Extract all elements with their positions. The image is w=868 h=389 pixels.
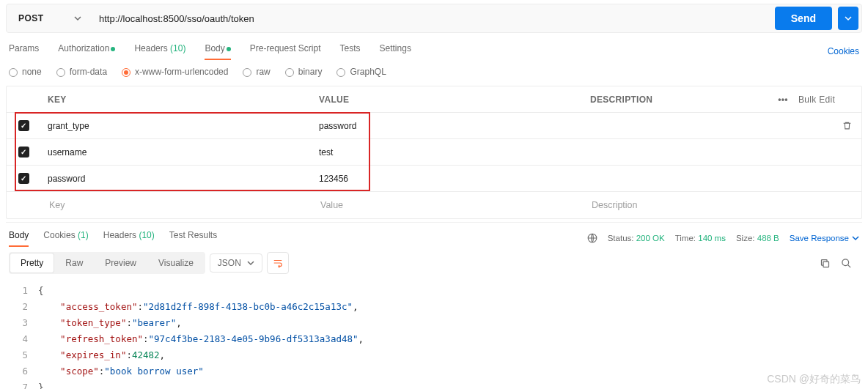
radio-icon [122,68,130,77]
key-input[interactable] [48,199,304,211]
radio-graphql-label: GraphQL [350,67,386,77]
body-table: KEY VALUE DESCRIPTION ••• Bulk Edit ✓ gr… [6,86,862,219]
response-body[interactable]: 1{ 2 "access_token": "2d81d2ff-898f-4138… [6,280,862,389]
resp-tab-body[interactable]: Body [9,230,29,246]
json-token-type: bearer [137,317,170,328]
resp-tab-cookies[interactable]: Cookies (1) [43,230,88,246]
view-raw[interactable]: Raw [55,253,93,273]
radio-urlencoded-label: x-www-form-urlencoded [135,67,228,77]
status-dot-icon [227,47,231,51]
json-expires-in: 42482 [132,347,160,363]
tab-tests[interactable]: Tests [340,43,361,59]
svg-point-2 [842,259,849,265]
view-pretty[interactable]: Pretty [10,253,54,273]
radio-none-label: none [22,67,42,77]
radio-icon [243,68,251,77]
trash-icon[interactable] [832,121,861,130]
tab-body[interactable]: Body [205,43,230,59]
time-label: Time: 140 ms [675,234,726,242]
tab-prerequest[interactable]: Pre-request Script [250,43,321,59]
checkbox-icon[interactable]: ✓ [18,173,29,184]
table-row[interactable]: ✓ username test [7,139,861,166]
save-response-label: Save Response [790,234,849,242]
headers-count: (10) [170,43,185,53]
cell-value[interactable]: 123456 [312,174,583,184]
radio-graphql[interactable]: GraphQL [336,67,386,77]
resp-tab-headers[interactable]: Headers (10) [103,230,155,246]
radio-icon [9,68,18,77]
cookies-link[interactable]: Cookies [828,46,859,56]
cell-value[interactable]: test [312,147,583,158]
method-label: POST [18,13,44,23]
wrap-icon[interactable] [267,252,289,274]
radio-raw[interactable]: raw [243,67,270,77]
bulk-edit-link[interactable]: Bulk Edit [798,95,861,105]
tab-settings[interactable]: Settings [380,43,411,59]
send-label: Send [791,12,816,24]
json-refresh-token: 97c4f3be-2183-4e05-9b96-df5313a3ad48 [154,333,353,344]
json-access-token: 2d81d2ff-898f-4138-bc0b-a46c2c15a13c [149,301,347,312]
resp-headers-label: Headers [103,230,136,240]
table-row[interactable]: ✓ grant_type password [7,113,861,139]
view-mode-tabs: Pretty Raw Preview Visualize [9,252,205,274]
watermark: CSDN @好奇的菜鸟 [767,373,861,386]
tab-params[interactable]: Params [9,43,39,59]
cell-value[interactable]: password [312,121,583,131]
copy-icon[interactable] [820,258,831,269]
tab-body-label: Body [205,43,224,53]
view-preview[interactable]: Preview [95,253,147,273]
svg-rect-1 [823,262,829,267]
radio-raw-label: raw [256,67,270,77]
radio-formdata[interactable]: form-data [56,67,107,77]
radio-formdata-label: form-data [70,67,107,77]
view-visualize[interactable]: Visualize [148,253,204,273]
cell-key[interactable]: password [40,174,312,184]
desc-input[interactable] [590,199,794,211]
globe-icon[interactable] [587,233,597,243]
col-value: VALUE [312,95,583,105]
format-label: JSON [218,258,241,268]
tab-headers-label: Headers [134,43,167,53]
cell-key[interactable]: grant_type [40,121,312,131]
radio-binary-label: binary [298,67,323,77]
method-select[interactable]: POST [10,7,90,30]
size-label: Size: 488 B [736,234,779,242]
radio-icon [56,68,65,77]
url-input[interactable] [96,7,769,30]
radio-icon [285,68,294,77]
status-dot-icon [111,47,115,51]
radio-urlencoded[interactable]: x-www-form-urlencoded [122,67,228,77]
time-value: 140 ms [698,234,726,242]
chevron-down-icon [74,15,81,22]
value-input[interactable] [319,199,575,211]
checkbox-icon[interactable]: ✓ [18,147,29,158]
radio-icon [336,68,345,77]
format-select[interactable]: JSON [210,253,262,273]
col-key: KEY [40,95,312,105]
radio-binary[interactable]: binary [285,67,323,77]
status-label: Status: 200 OK [608,234,665,242]
json-scope: book borrow user [110,366,198,377]
cell-key[interactable]: username [40,147,312,158]
table-row[interactable]: ✓ password 123456 [7,166,861,192]
search-icon[interactable] [841,258,852,269]
tab-auth-label: Authorization [58,43,109,53]
checkbox-icon[interactable]: ✓ [18,120,29,131]
radio-none[interactable]: none [9,67,42,77]
table-row-empty[interactable] [7,192,861,218]
resp-tab-tests[interactable]: Test Results [169,230,217,246]
send-button[interactable]: Send [775,7,832,30]
chevron-down-icon [247,259,254,267]
tab-authorization[interactable]: Authorization [58,43,115,59]
chevron-down-icon [845,15,852,22]
size-value: 488 B [757,234,779,242]
send-dropdown[interactable] [838,7,858,30]
more-options-icon[interactable]: ••• [768,95,798,105]
resp-cookies-count: (1) [78,230,89,240]
status-value: 200 OK [636,234,665,242]
resp-cookies-label: Cookies [43,230,75,240]
chevron-down-icon [852,234,859,242]
save-response-button[interactable]: Save Response [790,234,859,242]
tab-headers[interactable]: Headers (10) [134,43,185,59]
resp-headers-count: (10) [139,230,154,240]
